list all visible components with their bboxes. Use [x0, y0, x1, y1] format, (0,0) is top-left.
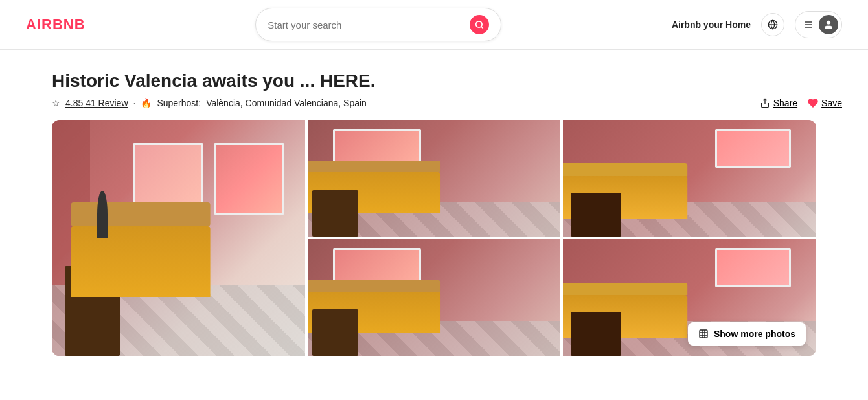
main-content: Historic Valencia awaits you ... HERE. ☆… — [0, 50, 868, 377]
show-more-photos-label: Show more photos — [714, 329, 795, 339]
superhost-label: Superhost: — [157, 98, 201, 108]
header: AIRBNB Airbnb your Home — [0, 0, 868, 50]
globe-icon[interactable] — [761, 13, 784, 36]
logo: AIRBNB — [26, 16, 86, 33]
save-button[interactable]: Save — [808, 98, 842, 108]
menu-user-button[interactable] — [795, 11, 842, 38]
airbnb-your-home-link[interactable]: Airbnb your Home — [672, 19, 751, 30]
svg-point-7 — [827, 21, 830, 24]
photo-middle-right[interactable] — [563, 120, 816, 237]
photo-bottom-left[interactable] — [308, 239, 561, 356]
photo-main[interactable] — [52, 120, 305, 356]
listing-meta: ☆ 4.85 41 Review · 🔥 Superhost: València… — [52, 98, 816, 108]
listing-title: Historic Valencia awaits you ... HERE. — [52, 71, 816, 91]
nav-right: Airbnb your Home — [672, 11, 842, 38]
rating-link[interactable]: 4.85 41 Review — [65, 98, 128, 108]
dot-separator: · — [133, 98, 136, 108]
user-avatar — [819, 15, 838, 34]
location-text: València, Comunidad Valenciana, Spain — [206, 98, 367, 108]
search-bar[interactable] — [255, 8, 501, 41]
photo-bottom-right[interactable]: Show more photos — [563, 239, 816, 356]
photo-grid: Show more photos — [52, 120, 816, 356]
search-icon[interactable] — [470, 15, 489, 34]
search-input[interactable] — [268, 19, 463, 30]
photo-grid-wrapper: Show more photos — [52, 120, 816, 356]
svg-rect-9 — [700, 330, 707, 338]
listing-actions: Share Save — [760, 98, 842, 108]
share-button[interactable]: Share — [760, 98, 797, 108]
svg-line-1 — [481, 27, 483, 29]
superhost-icon: 🔥 — [141, 98, 152, 108]
photo-top-right[interactable] — [308, 120, 561, 237]
show-more-photos-button[interactable]: Show more photos — [688, 322, 806, 346]
star-icon: ☆ — [52, 98, 60, 108]
